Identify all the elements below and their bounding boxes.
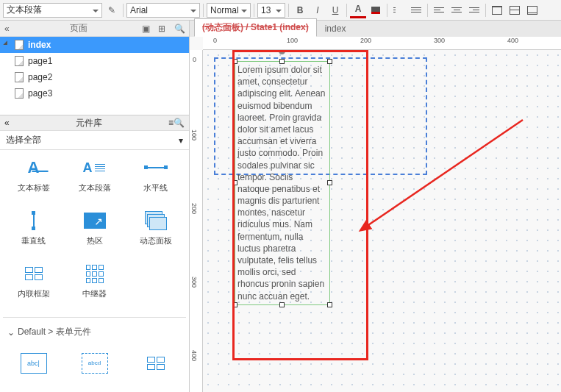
lib-hotspot[interactable]: 热区	[64, 210, 125, 257]
ruler-tick: 300	[434, 37, 445, 44]
canvas-tabs: (动态面板) / State1 (index) index	[190, 21, 561, 37]
lib-item-label: 内联框架	[18, 288, 50, 299]
ruler-tick: 100	[190, 129, 198, 140]
lib-item-label: 热区	[87, 235, 103, 246]
text-color-button[interactable]: A	[350, 2, 366, 18]
lib-repeater[interactable]: 中继器	[64, 263, 125, 310]
ruler-vertical: 0 100 200 300 400	[190, 50, 203, 392]
ruler-tick: 100	[287, 37, 298, 44]
library-grid: A文本标签 A文本段落 水平线 垂直线 热区 动态面板 内联框架 中继器 ⌄De…	[0, 150, 189, 392]
resize-handle[interactable]	[279, 302, 285, 307]
lib-item-label: 文本标签	[18, 182, 50, 193]
text-element-selected[interactable]: Lorem ipsum dolor sit amet, consectetur …	[235, 61, 330, 305]
page-item[interactable]: page2	[0, 69, 189, 85]
lib-item-label: 中继器	[82, 288, 107, 299]
ruler-tick: 200	[360, 37, 371, 44]
lib-vline[interactable]: 垂直线	[3, 210, 64, 257]
chevron-down-icon: ⌄	[7, 327, 15, 338]
page-label: page3	[28, 88, 52, 99]
font-size-dropdown[interactable]: 13	[257, 3, 285, 18]
number-list-button[interactable]	[408, 2, 424, 18]
lib-iframe[interactable]: 内联框架	[3, 263, 64, 310]
align-center-button[interactable]	[449, 2, 465, 18]
page-item[interactable]: page1	[0, 53, 189, 69]
resize-handle[interactable]	[279, 59, 285, 64]
tab-active[interactable]: (动态面板) / State1 (index)	[194, 18, 317, 37]
search-icon[interactable]: 🔍	[174, 24, 185, 34]
resize-handle[interactable]	[327, 59, 332, 64]
menu-icon[interactable]: ≡	[168, 118, 174, 128]
lib-text-paragraph[interactable]: A文本段落	[64, 157, 125, 204]
add-page-icon[interactable]: ▣	[142, 24, 152, 34]
bullet-list-button[interactable]	[390, 2, 407, 18]
valign-bot-button[interactable]	[524, 2, 540, 18]
element-type-value: 文本段落	[7, 4, 42, 16]
library-panel-header: « 元件库 ≡ 🔍	[0, 115, 189, 131]
element-type-dropdown[interactable]: 文本段落	[3, 3, 102, 18]
underline-button[interactable]: U	[327, 2, 343, 18]
ruler-tick: 0	[213, 37, 217, 44]
ruler-horizontal: 0 100 200 300 400	[203, 37, 561, 50]
lib-form-item[interactable]: abc|	[3, 353, 64, 385]
library-selector[interactable]: 选择全部 ▾	[0, 131, 189, 150]
lib-hline[interactable]: 水平线	[125, 157, 186, 204]
lib-item-label: 垂直线	[21, 235, 46, 246]
page-label: page1	[28, 56, 52, 66]
pages-panel-header: « 页面 ▣ ⊞ 🔍	[0, 21, 189, 37]
bold-button[interactable]: B	[292, 2, 308, 18]
page-icon	[15, 72, 24, 82]
valign-mid-button[interactable]	[507, 2, 523, 18]
rotate-handle[interactable]	[279, 50, 285, 54]
page-root[interactable]: index	[0, 37, 189, 53]
top-toolbar: 文本段落 ✎ Arial Normal 13 B I U A	[0, 0, 561, 21]
ruler-tick: 0	[193, 56, 196, 63]
page-item[interactable]: page3	[0, 85, 189, 101]
chevron-down-icon: ▾	[179, 135, 183, 146]
ruler-tick: 200	[190, 203, 198, 214]
font-size-value: 13	[261, 5, 271, 15]
lib-item-label: 水平线	[143, 182, 168, 193]
resize-handle[interactable]	[232, 59, 237, 64]
resize-handle[interactable]	[232, 180, 237, 185]
lib-text-label[interactable]: A文本标签	[3, 157, 64, 204]
page-icon	[15, 40, 24, 50]
search-icon[interactable]: 🔍	[174, 118, 185, 128]
add-folder-icon[interactable]: ⊞	[158, 24, 168, 34]
fill-color-button[interactable]	[368, 2, 384, 18]
tab-label: index	[325, 24, 346, 34]
canvas[interactable]: Lorem ipsum dolor sit amet, consectetur …	[203, 50, 561, 392]
lib-dynamic-panel[interactable]: 动态面板	[125, 210, 186, 257]
resize-handle[interactable]	[232, 302, 237, 307]
lib-item-label: 动态面板	[140, 235, 172, 246]
library-category-header[interactable]: ⌄Default > 表单元件	[3, 317, 186, 347]
text-content: Lorem ipsum dolor sit amet, consectetur …	[237, 65, 325, 302]
font-style-value: Normal	[210, 5, 239, 15]
tab-inactive[interactable]: index	[317, 21, 354, 37]
page-icon	[15, 88, 24, 99]
select-all-label: 选择全部	[6, 134, 41, 146]
font-family-dropdown[interactable]: Arial	[126, 3, 200, 18]
resize-handle[interactable]	[327, 180, 332, 185]
lib-form-item[interactable]	[125, 353, 186, 385]
lib-item-label: 文本段落	[79, 182, 111, 193]
align-left-button[interactable]	[431, 2, 447, 18]
copy-style-icon[interactable]: ✎	[104, 2, 120, 18]
page-label: page2	[28, 72, 52, 82]
font-style-dropdown[interactable]: Normal	[207, 3, 251, 18]
tab-label: (动态面板) / State1 (index)	[202, 22, 309, 32]
page-label: index	[28, 40, 51, 50]
collapse-icon[interactable]: «	[4, 24, 15, 34]
resize-handle[interactable]	[327, 302, 332, 307]
align-right-button[interactable]	[466, 2, 482, 18]
valign-top-button[interactable]	[489, 2, 505, 18]
font-family-value: Arial	[130, 5, 148, 15]
italic-button[interactable]: I	[310, 2, 326, 18]
page-icon	[15, 56, 24, 66]
ruler-tick: 300	[190, 277, 198, 288]
ruler-tick: 400	[190, 350, 198, 361]
ruler-tick: 400	[507, 37, 518, 44]
lib-form-item[interactable]: abcd	[64, 353, 125, 385]
pages-tree: index page1 page2 page3	[0, 37, 189, 101]
pages-title: 页面	[21, 22, 136, 35]
collapse-icon[interactable]: «	[4, 118, 10, 128]
